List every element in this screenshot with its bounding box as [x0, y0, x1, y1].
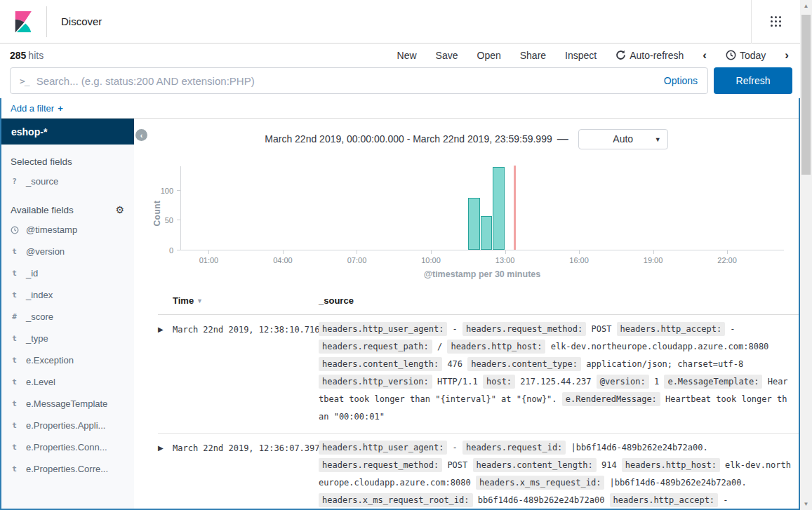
field-type-icon: t [11, 290, 18, 300]
discover-body: eshop-* Selected fields ?_source Availab… [1, 119, 799, 509]
auto-refresh-button[interactable]: Auto-refresh [615, 50, 684, 61]
available-field-_type[interactable]: t_type [1, 328, 134, 349]
available-field-e.Properties.Appli...[interactable]: te.Properties.Appli... [1, 415, 134, 436]
field-name: @timestamp [26, 224, 77, 235]
available-field-@version[interactable]: t@version [1, 241, 134, 262]
source-field-key[interactable]: headers.x_ms_request_id: [476, 476, 604, 490]
field-type-icon: t [11, 356, 18, 365]
index-pattern-selector[interactable]: eshop-* [1, 119, 134, 145]
y-tick-label: 50 [165, 216, 173, 224]
source-field-key[interactable]: headers.request_method: [319, 458, 442, 472]
doc-expand-toggle[interactable]: ▶ [158, 321, 173, 426]
histogram-bar[interactable] [468, 198, 480, 250]
doc-expand-toggle[interactable]: ▶ [158, 439, 173, 509]
nav-action-inspect[interactable]: Inspect [565, 50, 597, 61]
source-field-key[interactable]: headers.http_version: [319, 375, 432, 389]
apps-menu-button[interactable] [751, 0, 800, 43]
query-options-link[interactable]: Options [664, 75, 698, 86]
source-field-key[interactable]: headers.http_user_agent: [319, 322, 447, 336]
search-input[interactable] [36, 75, 664, 87]
hits-label: hits [28, 50, 44, 61]
source-field-key[interactable]: headers.http_accept: [617, 322, 726, 336]
refresh-button[interactable]: Refresh [714, 67, 792, 94]
histogram-bar[interactable] [493, 167, 505, 250]
source-field-key[interactable]: headers.request_method: [462, 322, 586, 336]
source-field-key[interactable]: headers.http_host: [622, 458, 720, 472]
source-field-key[interactable]: headers.http_user_agent: [319, 441, 447, 455]
source-column-header: _source [319, 295, 799, 306]
interval-dropdown[interactable]: Auto ▼ [578, 129, 668, 149]
today-button[interactable]: Today [726, 50, 766, 61]
field-name: _index [26, 290, 53, 300]
search-row: >_ Options Refresh [0, 67, 800, 98]
source-field-key[interactable]: headers.content_length: [319, 357, 442, 371]
source-field-key[interactable]: headers.http_host: [447, 340, 545, 354]
hits-number: 285 [10, 50, 26, 61]
source-field-key[interactable]: headers.request_id: [462, 441, 566, 455]
auto-refresh-label: Auto-refresh [630, 50, 684, 61]
available-field-e.Properties.Corre...[interactable]: te.Properties.Corre... [1, 458, 134, 480]
available-field-e.MessageTemplate[interactable]: te.MessageTemplate [1, 393, 134, 415]
filter-bar: Add a filter + [1, 98, 799, 119]
doc-source: headers.http_user_agent: - headers.reque… [319, 439, 799, 509]
nav-action-share[interactable]: Share [520, 50, 546, 61]
nav-action-save[interactable]: Save [436, 50, 458, 61]
doc-timestamp: March 22nd 2019, 12:38:10.716 [173, 321, 319, 426]
available-field-_index[interactable]: t_index [1, 284, 134, 306]
field-name: @version [26, 246, 65, 257]
nav-action-open[interactable]: Open [477, 50, 501, 61]
add-filter-link[interactable]: Add a filter [11, 103, 54, 114]
source-field-key[interactable]: @version: [597, 375, 649, 389]
x-tick-label: 13:00 [495, 256, 515, 264]
source-field-key[interactable]: host: [483, 375, 515, 389]
add-filter-plus-icon[interactable]: + [58, 103, 63, 114]
field-name: e.Properties.Conn... [26, 442, 107, 452]
sidebar-collapse-button[interactable]: ‹ [135, 129, 147, 141]
scrollbar-down-arrow[interactable]: ▼ [800, 498, 812, 510]
available-field-_id[interactable]: t_id [1, 262, 134, 284]
x-tick-mark [505, 250, 506, 254]
field-name: _score [26, 311, 53, 322]
time-prev-button[interactable]: ‹ [703, 49, 707, 61]
x-tick-mark [653, 250, 654, 254]
source-field-key[interactable]: headers.content_length: [473, 458, 597, 472]
source-field-key[interactable]: headers.http_accept: [610, 493, 719, 507]
field-name: e.Level [26, 377, 55, 387]
available-field-@timestamp[interactable]: @timestamp [1, 219, 134, 241]
source-field-key[interactable]: e.RenderedMessage: [562, 392, 660, 406]
field-type-icon: t [11, 269, 18, 278]
page-scrollbar[interactable]: ▲ ▼ [800, 0, 812, 510]
histogram-bar[interactable] [481, 216, 493, 250]
field-type-icon: t [11, 421, 18, 430]
dropdown-caret-icon: ▼ [655, 136, 661, 143]
refresh-cycle-icon [615, 50, 626, 60]
doc-timestamp: March 22nd 2019, 12:36:07.397 [173, 439, 319, 509]
source-field-key[interactable]: headers.request_path: [319, 340, 432, 354]
field-type-icon: t [11, 247, 18, 256]
source-field-key[interactable]: headers.x_ms_request_root_id: [319, 493, 473, 507]
field-name: _type [26, 333, 48, 344]
nav-action-new[interactable]: New [397, 50, 417, 61]
clock-field-icon [11, 226, 19, 234]
x-tick-label: 22:00 [717, 256, 737, 264]
source-field-key[interactable]: headers.content_type: [467, 357, 581, 371]
discover-toolbar: 285hits NewSaveOpenShareInspect Auto-ref… [0, 43, 800, 67]
field-type-icon: t [11, 399, 18, 408]
kibana-logo[interactable] [0, 0, 46, 43]
fields-settings-gear-icon[interactable]: ⚙ [115, 204, 124, 215]
hits-count: 285hits [10, 50, 44, 61]
available-field-_score[interactable]: #_score [1, 306, 134, 328]
scrollbar-up-arrow[interactable]: ▲ [800, 0, 812, 12]
available-fields-list: @timestampt@versiont_idt_index#_scoret_t… [1, 219, 134, 480]
available-field-e.Properties.Conn...[interactable]: te.Properties.Conn... [1, 436, 134, 458]
available-field-e.Exception[interactable]: te.Exception [1, 349, 134, 371]
available-field-e.Level[interactable]: te.Level [1, 371, 134, 393]
chart-plot-area[interactable] [180, 166, 784, 250]
clock-icon [726, 50, 736, 60]
scrollbar-thumb[interactable] [801, 15, 811, 175]
x-tick-mark [727, 250, 728, 254]
selected-field-_source[interactable]: ?_source [1, 170, 134, 192]
time-next-button[interactable]: › [785, 49, 789, 61]
time-column-header[interactable]: Time ▼ [173, 295, 319, 306]
source-field-key[interactable]: e.MessageTemplate: [664, 375, 762, 389]
